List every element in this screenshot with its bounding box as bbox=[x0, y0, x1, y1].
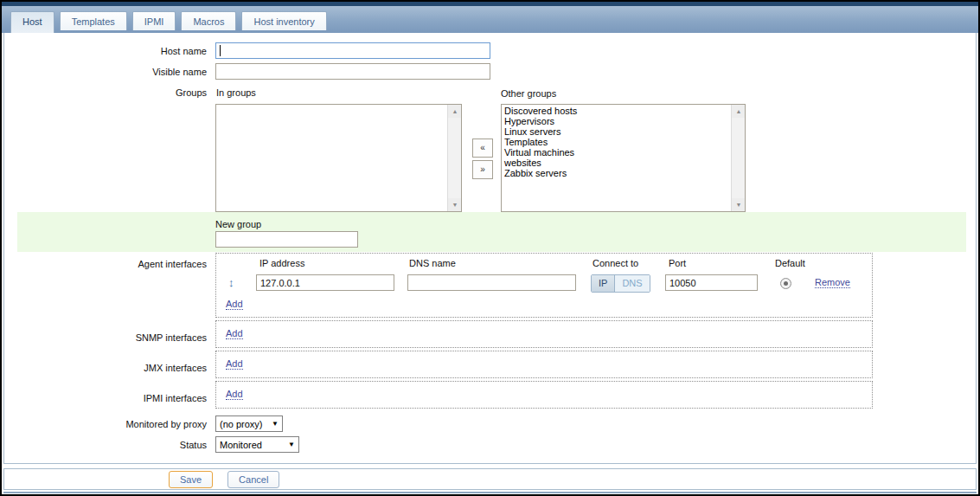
groups-label: Groups bbox=[4, 87, 207, 98]
status-select[interactable]: Monitored ▼ bbox=[215, 436, 299, 453]
snmp-interfaces-box: Add bbox=[215, 320, 873, 348]
list-item[interactable]: Zabbix servers bbox=[502, 168, 731, 178]
tab-ipmi[interactable]: IPMI bbox=[132, 11, 176, 30]
chevron-down-icon: ▼ bbox=[288, 441, 295, 448]
list-item[interactable]: Virtual machines bbox=[502, 147, 731, 158]
other-groups-listbox[interactable]: Discovered hosts Hypervisors Linux serve… bbox=[501, 104, 746, 212]
list-item[interactable]: websites bbox=[502, 158, 731, 168]
agent-dns-input[interactable] bbox=[407, 274, 576, 291]
connect-to-header: Connect to bbox=[592, 258, 638, 268]
remove-interface-link[interactable]: Remove bbox=[815, 277, 850, 288]
new-group-input[interactable] bbox=[215, 231, 358, 248]
scroll-down-icon[interactable]: ▼ bbox=[732, 198, 746, 211]
tab-host[interactable]: Host bbox=[10, 11, 54, 33]
chevron-down-icon: ▼ bbox=[272, 420, 279, 428]
tab-macros[interactable]: Macros bbox=[181, 11, 236, 30]
tab-templates[interactable]: Templates bbox=[60, 11, 127, 30]
host-name-input[interactable] bbox=[215, 42, 490, 59]
visible-name-input[interactable] bbox=[215, 63, 490, 80]
proxy-select-value: (no proxy) bbox=[220, 419, 263, 429]
radio-dot bbox=[784, 281, 788, 286]
default-header: Default bbox=[775, 258, 805, 268]
agent-ip-input[interactable] bbox=[256, 274, 394, 291]
ipmi-interfaces-box: Add bbox=[215, 381, 873, 409]
list-item[interactable]: Hypervisors bbox=[502, 116, 731, 126]
host-form: Host name Visible name Groups In groups … bbox=[3, 33, 977, 464]
other-groups-label: Other groups bbox=[501, 88, 556, 99]
visible-name-label: Visible name bbox=[4, 67, 207, 77]
bottom-divider bbox=[3, 492, 977, 493]
add-ipmi-interface-link[interactable]: Add bbox=[226, 389, 243, 400]
in-groups-label: In groups bbox=[216, 87, 256, 98]
snmp-interfaces-label: SNMP interfaces bbox=[4, 332, 207, 343]
save-button[interactable]: Save bbox=[169, 471, 213, 488]
form-footer: Save Cancel bbox=[3, 468, 977, 490]
text-caret bbox=[220, 45, 221, 56]
agent-port-input[interactable] bbox=[665, 274, 758, 291]
tab-bar: Host Templates IPMI Macros Host inventor… bbox=[2, 6, 978, 33]
jmx-interfaces-label: JMX interfaces bbox=[4, 363, 207, 373]
monitored-by-proxy-label: Monitored by proxy bbox=[4, 419, 207, 429]
ip-address-header: IP address bbox=[259, 258, 304, 268]
ipmi-interfaces-label: IPMI interfaces bbox=[4, 393, 207, 403]
in-groups-listbox[interactable]: ▲ ▼ bbox=[215, 104, 462, 212]
list-item[interactable]: Linux servers bbox=[502, 126, 731, 137]
add-jmx-interface-link[interactable]: Add bbox=[226, 358, 243, 370]
other-groups-items: Discovered hosts Hypervisors Linux serve… bbox=[502, 106, 731, 211]
list-item[interactable]: Templates bbox=[502, 137, 731, 147]
port-header: Port bbox=[669, 258, 686, 268]
move-to-other-groups-button[interactable]: » bbox=[472, 160, 493, 179]
other-groups-scrollbar[interactable]: ▲ ▼ bbox=[731, 105, 745, 211]
agent-interfaces-label: Agent interfaces bbox=[4, 259, 207, 269]
dns-name-header: DNS name bbox=[409, 258, 456, 268]
default-interface-radio[interactable] bbox=[780, 278, 791, 289]
move-to-in-groups-button[interactable]: « bbox=[472, 138, 493, 158]
add-agent-interface-link[interactable]: Add bbox=[226, 299, 243, 310]
proxy-select[interactable]: (no proxy) ▼ bbox=[215, 415, 283, 432]
scroll-up-icon[interactable]: ▲ bbox=[732, 105, 746, 118]
add-snmp-interface-link[interactable]: Add bbox=[226, 328, 243, 339]
status-label: Status bbox=[4, 440, 207, 450]
new-group-label: New group bbox=[215, 219, 261, 229]
connect-dns-button[interactable]: DNS bbox=[615, 275, 649, 292]
scroll-down-icon[interactable]: ▼ bbox=[448, 198, 462, 211]
scroll-up-icon[interactable]: ▲ bbox=[448, 105, 462, 118]
drag-handle-icon[interactable]: ↕ bbox=[228, 276, 234, 289]
in-groups-scrollbar[interactable]: ▲ ▼ bbox=[447, 105, 461, 211]
new-group-highlight-band: New group bbox=[17, 212, 966, 252]
tab-host-inventory[interactable]: Host inventory bbox=[241, 11, 326, 30]
host-name-label: Host name bbox=[4, 46, 207, 56]
connect-to-toggle: IP DNS bbox=[591, 274, 650, 293]
host-config-window: Host Templates IPMI Macros Host inventor… bbox=[0, 0, 980, 496]
jmx-interfaces-box: Add bbox=[215, 351, 873, 378]
status-select-value: Monitored bbox=[220, 440, 262, 450]
cancel-button[interactable]: Cancel bbox=[227, 471, 279, 488]
connect-ip-button[interactable]: IP bbox=[592, 275, 615, 292]
in-groups-items bbox=[216, 106, 447, 211]
agent-interfaces-box: IP address DNS name Connect to Port Defa… bbox=[215, 253, 873, 318]
list-item[interactable]: Discovered hosts bbox=[502, 106, 731, 116]
